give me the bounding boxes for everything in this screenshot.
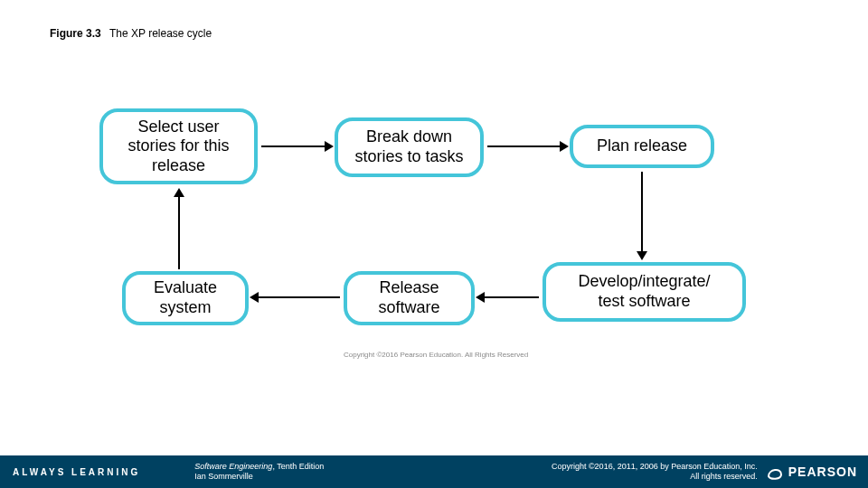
pearson-swoosh-icon <box>765 462 785 482</box>
arrow-plan-to-develop <box>641 172 643 253</box>
copyright-line2: All rights reserved. <box>552 472 758 482</box>
footer-bar: ALWAYS LEARNING Software Engineering, Te… <box>0 455 868 488</box>
book-title: Software Engineering <box>194 462 272 471</box>
pearson-logo: PEARSON <box>765 462 868 482</box>
arrow-release-to-evaluate <box>257 296 340 298</box>
arrow-select-to-break <box>261 145 326 147</box>
node-select-stories: Select userstories for thisrelease <box>99 108 258 184</box>
book-info: Software Engineering, Tenth Edition Ian … <box>194 462 324 482</box>
figure-number: Figure 3.3 <box>50 27 101 40</box>
figure-caption: Figure 3.3 The XP release cycle <box>50 27 212 40</box>
inner-copyright: Copyright ©2016 Pearson Education. All R… <box>344 351 528 359</box>
pearson-brand: PEARSON <box>788 465 857 479</box>
always-learning-label: ALWAYS LEARNING <box>13 467 140 477</box>
node-evaluate-system: Evaluatesystem <box>122 271 249 325</box>
node-break-down: Break downstories to tasks <box>335 117 484 177</box>
copyright-line1: Copyright ©2016, 2011, 2006 by Pearson E… <box>552 462 758 472</box>
book-edition: , Tenth Edition <box>272 462 324 471</box>
footer-copyright: Copyright ©2016, 2011, 2006 by Pearson E… <box>552 462 765 482</box>
arrow-develop-to-release <box>483 296 539 298</box>
node-release-software: Releasesoftware <box>344 271 475 325</box>
arrowhead-select-to-break <box>325 141 334 152</box>
book-line1: Software Engineering, Tenth Edition <box>194 462 324 472</box>
node-develop-integrate-test: Develop/integrate/test software <box>542 262 746 322</box>
arrow-evaluate-to-select <box>178 197 180 269</box>
diagram-canvas: Select userstories for thisrelease Break… <box>99 90 769 361</box>
book-author: Ian Sommerville <box>194 472 324 482</box>
node-plan-release: Plan release <box>570 125 714 168</box>
arrow-break-to-plan <box>487 145 561 147</box>
arrowhead-develop-to-release <box>476 292 485 303</box>
arrowhead-release-to-evaluate <box>250 292 259 303</box>
arrowhead-plan-to-develop <box>637 251 647 260</box>
arrowhead-evaluate-to-select <box>174 188 184 197</box>
figure-title: The XP release cycle <box>109 27 212 40</box>
arrowhead-break-to-plan <box>560 141 569 152</box>
